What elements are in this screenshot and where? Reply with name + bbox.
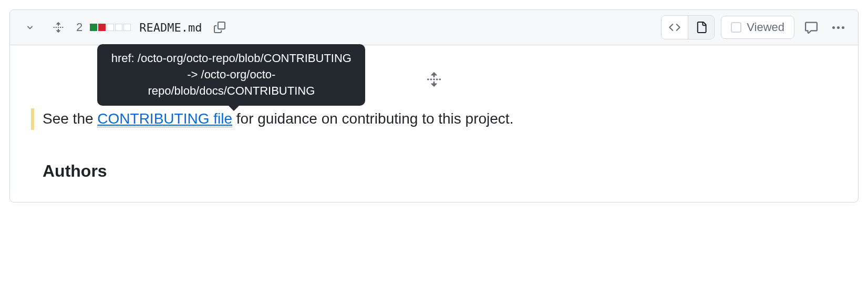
neutral-square xyxy=(123,24,131,31)
authors-heading: Authors xyxy=(43,161,837,181)
chevron-down-icon xyxy=(25,22,35,33)
unfold-icon xyxy=(53,22,64,33)
code-icon xyxy=(669,22,680,33)
deletion-square xyxy=(98,24,106,31)
viewed-toggle[interactable]: Viewed xyxy=(721,16,794,39)
file-header: 2 README.md Viewed xyxy=(10,10,858,45)
kebab-dot xyxy=(842,26,844,29)
line-prefix: See the xyxy=(43,110,97,127)
change-count: 2 xyxy=(76,21,82,34)
file-body: See the href: /octo-org/octo-repo/blob/C… xyxy=(10,45,858,202)
file-name[interactable]: README.md xyxy=(139,21,202,34)
file-icon xyxy=(696,22,707,33)
change-marker xyxy=(31,108,34,130)
file-diff-panel: 2 README.md Viewed xyxy=(9,9,859,202)
line-text: See the href: /octo-org/octo-repo/blob/C… xyxy=(43,108,513,130)
source-diff-button[interactable] xyxy=(662,16,688,39)
display-mode-toggle xyxy=(661,15,715,39)
unfold-icon xyxy=(426,72,442,87)
addition-square xyxy=(90,24,97,31)
viewed-label: Viewed xyxy=(747,21,784,34)
comment-button[interactable] xyxy=(801,17,822,38)
collapse-toggle[interactable] xyxy=(19,17,40,38)
rich-diff-button[interactable] xyxy=(688,16,714,39)
diff-stat-squares xyxy=(90,24,132,31)
file-header-left: 2 README.md xyxy=(19,17,230,38)
neutral-square xyxy=(107,24,114,31)
kebab-dot xyxy=(832,26,835,29)
comment-icon xyxy=(805,21,818,34)
line-suffix: for guidance on contributing to this pro… xyxy=(232,110,513,127)
more-actions-button[interactable] xyxy=(828,22,849,33)
kebab-dot xyxy=(837,26,840,29)
contributing-link[interactable]: CONTRIBUTING file xyxy=(97,110,232,127)
changed-line: See the href: /octo-org/octo-repo/blob/C… xyxy=(31,108,837,130)
copy-icon xyxy=(214,22,225,33)
viewed-checkbox[interactable] xyxy=(731,22,741,33)
neutral-square xyxy=(115,24,122,31)
expand-all-button[interactable] xyxy=(48,17,69,38)
copy-path-button[interactable] xyxy=(209,17,230,38)
href-diff-tooltip: href: /octo-org/octo-repo/blob/CONTRIBUT… xyxy=(97,44,365,105)
